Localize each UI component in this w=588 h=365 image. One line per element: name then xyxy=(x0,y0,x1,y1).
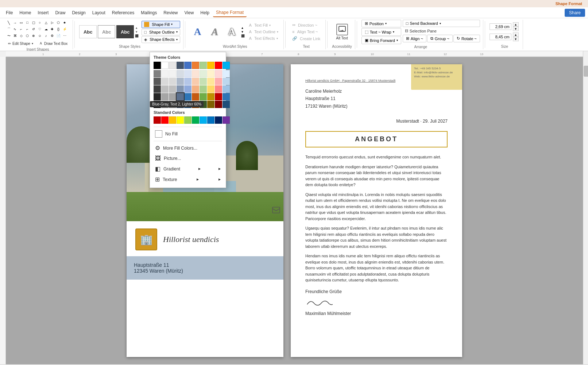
tint-3-2[interactable] xyxy=(169,93,176,100)
menu-insert[interactable]: Insert xyxy=(35,9,51,17)
tint-0-2[interactable] xyxy=(169,70,176,77)
tint-4-0[interactable] xyxy=(154,101,161,108)
std-color-2[interactable] xyxy=(169,116,176,124)
tint-0-8[interactable] xyxy=(215,70,222,77)
draw-text-box-btn[interactable]: Ａ Draw Text Box xyxy=(37,40,70,47)
shape-smiley[interactable]: ☺ xyxy=(37,33,43,39)
size-width-up[interactable]: ▲ xyxy=(513,32,519,37)
tint-0-9[interactable] xyxy=(223,70,230,77)
wa-scroll[interactable]: ▲ ▼ ⬛ xyxy=(241,26,245,38)
tint-0-4[interactable] xyxy=(184,70,192,77)
menu-view[interactable]: View xyxy=(182,9,197,17)
menu-home[interactable]: Home xyxy=(16,9,34,17)
shape-elbow[interactable]: ⌐ xyxy=(24,26,30,32)
menu-shape-format[interactable]: Shape Format xyxy=(213,8,247,17)
tint-3-9[interactable] xyxy=(223,93,230,100)
tint-1-9[interactable] xyxy=(223,78,230,85)
tint-1-5[interactable] xyxy=(192,78,199,85)
theme-color-2[interactable] xyxy=(169,62,176,69)
tint-4-6[interactable] xyxy=(200,101,207,108)
wa-sample-3[interactable]: A xyxy=(224,24,240,40)
shape-note[interactable]: ♪ xyxy=(43,33,49,39)
style-preset-2[interactable]: Abc xyxy=(98,25,115,38)
wrap-text-btn[interactable]: ⬚ Text ~ Wrap ▾ xyxy=(361,28,401,36)
tint-4-8[interactable] xyxy=(215,101,222,108)
shape-outline-btn[interactable]: □ Shape Outline ▾ xyxy=(142,29,180,35)
tint-0-1[interactable] xyxy=(161,70,169,77)
tint-4-1[interactable] xyxy=(161,101,169,108)
shape-cloud[interactable]: ☁ xyxy=(43,26,49,32)
scrollbar-thumb[interactable] xyxy=(584,66,588,77)
selection-pane-btn[interactable]: ⊟ Selection Pane xyxy=(403,28,480,34)
shape-heart[interactable]: ♡ xyxy=(37,26,43,32)
tint-3-7[interactable] xyxy=(207,93,214,100)
tint-2-3[interactable] xyxy=(177,85,184,93)
shape-effects-btn[interactable]: ◈ Shape Effects ▾ xyxy=(142,36,180,43)
tint-0-5[interactable] xyxy=(192,70,199,77)
shape-arrow[interactable]: → xyxy=(12,20,18,26)
menu-help[interactable]: Help xyxy=(197,9,212,17)
theme-color-3[interactable] xyxy=(177,62,184,69)
gradient-item[interactable]: ◧ Gradient ▶ xyxy=(154,164,222,174)
tint-2-9[interactable] xyxy=(223,85,230,93)
shape-curved[interactable]: ⌒ xyxy=(6,26,12,32)
shape-hex[interactable]: ⬡ xyxy=(24,33,30,39)
tint-1-4[interactable] xyxy=(184,78,192,85)
tint-0-3[interactable] xyxy=(177,70,184,77)
theme-color-5[interactable] xyxy=(192,62,199,69)
alt-text-btn[interactable]: Alt Text xyxy=(334,22,350,42)
tint-3-6[interactable] xyxy=(200,93,207,100)
shape-tri2[interactable]: ▷ xyxy=(49,20,55,26)
shape-fill-btn[interactable]: Shape Fill ▾ xyxy=(142,21,180,28)
theme-color-0[interactable] xyxy=(154,62,161,69)
theme-color-4[interactable] xyxy=(184,62,192,69)
tint-1-6[interactable] xyxy=(200,78,207,85)
tint-4-7[interactable] xyxy=(207,101,214,108)
tint-0-0[interactable] xyxy=(154,70,161,77)
wa-sample-2[interactable]: A xyxy=(207,24,223,40)
tint-3-4[interactable] xyxy=(184,93,192,100)
tint-2-1[interactable] xyxy=(161,85,169,93)
std-color-5[interactable] xyxy=(192,116,199,124)
shape-ban[interactable]: ⊗ xyxy=(31,33,36,39)
std-color-7[interactable] xyxy=(207,116,214,124)
texture-item[interactable]: ⊞ Texture ▶ xyxy=(154,174,222,185)
std-color-1[interactable] xyxy=(161,116,169,124)
tint-4-2[interactable] xyxy=(169,101,176,108)
picture-item[interactable]: 🖼 Picture... xyxy=(154,153,222,164)
shape-cross[interactable]: ✚ xyxy=(49,26,55,32)
tint-2-8[interactable] xyxy=(215,85,222,93)
shape-more[interactable]: ⋯ xyxy=(62,33,67,39)
tint-1-0[interactable] xyxy=(154,78,161,85)
shape-star[interactable]: ★ xyxy=(62,20,67,26)
menu-layout[interactable]: Layout xyxy=(89,9,108,17)
shape-gear[interactable]: ⚙ xyxy=(49,33,55,39)
tint-4-4[interactable] xyxy=(184,101,192,108)
theme-color-7[interactable] xyxy=(207,62,214,69)
tint-1-7[interactable] xyxy=(207,78,214,85)
shape-tri[interactable]: △ xyxy=(43,20,49,26)
style-preset-1[interactable]: Abc xyxy=(79,25,97,38)
size-height-up[interactable]: ▲ xyxy=(513,22,519,27)
shape-rect[interactable]: ▭ xyxy=(18,20,24,26)
no-fill-item[interactable]: No Fill xyxy=(154,128,222,139)
size-width-down[interactable]: ▼ xyxy=(513,37,519,41)
send-backward-btn[interactable]: □ Send Backward ▾ xyxy=(403,20,480,27)
edit-shape-btn[interactable]: ✏ Edit Shape ▾ xyxy=(6,40,35,47)
shape-conn[interactable]: ↺ xyxy=(31,26,36,32)
shape-sq[interactable]: ⌐ xyxy=(18,26,24,32)
tint-3-8[interactable] xyxy=(215,93,222,100)
size-width-input[interactable] xyxy=(490,34,511,40)
share-button[interactable]: Share xyxy=(565,9,585,17)
menu-mailings[interactable]: Mailings xyxy=(138,9,160,17)
tint-1-8[interactable] xyxy=(215,78,222,85)
std-color-3[interactable] xyxy=(177,116,184,124)
tint-1-1[interactable] xyxy=(161,78,169,85)
size-height-input[interactable] xyxy=(490,23,511,30)
shape-doc[interactable]: 📄 xyxy=(55,33,61,39)
tint-1-3[interactable] xyxy=(177,78,184,85)
menu-review[interactable]: Review xyxy=(160,9,181,17)
shape-format-tab[interactable]: Shape Format xyxy=(553,1,585,7)
tint-3-3-selected[interactable] xyxy=(177,93,184,100)
tint-3-1[interactable] xyxy=(161,93,169,100)
